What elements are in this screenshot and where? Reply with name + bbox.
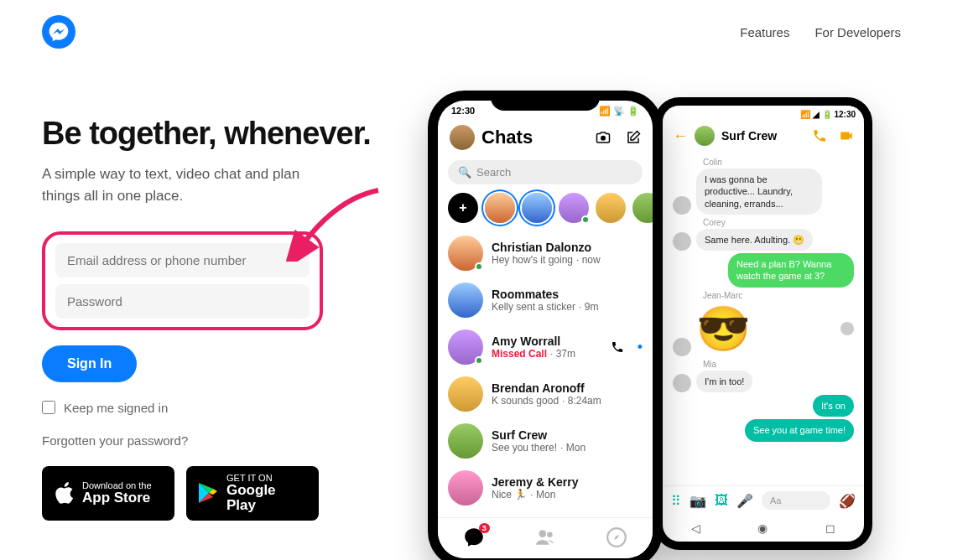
- story: [485, 193, 515, 223]
- stories-row: +: [438, 189, 653, 230]
- chat-name: Jeremy & Kerry: [492, 475, 643, 489]
- msg-bubble: Same here. Adulting. 😬: [696, 229, 813, 251]
- keep-signed-in[interactable]: Keep me signed in: [42, 401, 394, 415]
- chat-avatar: [448, 283, 483, 318]
- chat-avatar: [695, 126, 715, 146]
- mic-icon: 🎤: [736, 493, 753, 509]
- chat-sub: Kelly sent a sticker · 9m: [492, 301, 643, 313]
- story: [559, 193, 589, 223]
- gallery-icon: 🖼: [715, 493, 728, 508]
- compose-input: Aa: [762, 491, 830, 510]
- chat-sub: Missed Call · 37m: [492, 348, 602, 360]
- chat-row: Roommates Kelly sent a sticker · 9m: [448, 277, 643, 324]
- svg-point-0: [601, 136, 606, 141]
- sender-label: Colin: [703, 158, 854, 167]
- apple-big: App Store: [82, 490, 152, 506]
- sticker: 😎: [696, 303, 751, 355]
- chat-avatar: [448, 470, 483, 506]
- sender-label: Mia: [703, 360, 854, 369]
- iphone-status-icons: 📶 📡 🔋: [599, 106, 639, 117]
- msg-bubble: I'm in too!: [696, 371, 752, 392]
- google-play-icon: [198, 482, 218, 504]
- tab-bar: 3: [438, 517, 653, 558]
- msg-avatar: [673, 374, 691, 392]
- tab-people-icon: [534, 526, 556, 548]
- msg-avatar: [673, 338, 691, 356]
- android-mock: 📶 ◢ 🔋 12:30 ← Surf Crew Colin I was gonn…: [654, 97, 872, 550]
- keep-label: Keep me signed in: [64, 401, 168, 415]
- nav-home: ◉: [757, 521, 768, 535]
- photo-icon: 📷: [690, 493, 706, 509]
- unread-badge: 3: [479, 523, 490, 533]
- tab-chats-icon: 3: [463, 526, 485, 552]
- chat-name: Brendan Aronoff: [492, 381, 643, 395]
- chat-title: Surf Crew: [721, 129, 805, 143]
- chat-name: Amy Worrall: [492, 334, 602, 348]
- password-input[interactable]: [55, 284, 310, 319]
- app-store-badge[interactable]: Download on theApp Store: [42, 466, 174, 521]
- keep-checkbox[interactable]: [42, 401, 55, 414]
- svg-point-2: [547, 532, 553, 538]
- svg-point-1: [539, 530, 546, 537]
- chat-sub: Hey how's it going · now: [492, 254, 643, 266]
- call-icon: [812, 128, 827, 143]
- sender-label: Jean-Marc: [703, 291, 854, 300]
- football-icon: 🏈: [839, 493, 856, 509]
- chat-row: Surf Crew See you there! · Mon: [448, 417, 643, 464]
- search-placeholder: Search: [476, 166, 511, 179]
- phone-icon: [611, 340, 624, 354]
- search-box: 🔍Search: [448, 160, 643, 184]
- search-icon: 🔍: [458, 166, 471, 179]
- chat-avatar: [448, 423, 483, 459]
- chat-row: Amy Worrall Missed Call · 37m •: [448, 324, 643, 371]
- google-play-badge[interactable]: GET IT ONGoogle Play: [186, 466, 319, 521]
- story-add: +: [448, 193, 478, 223]
- annotation-arrow: [286, 186, 387, 262]
- msg-bubble: See you at game time!: [745, 419, 854, 441]
- apple-icon: [54, 481, 74, 505]
- msg-bubble: Need a plan B? Wanna watch the game at 3…: [728, 253, 854, 288]
- chat-name: Surf Crew: [492, 428, 643, 442]
- nav-developers[interactable]: For Developers: [814, 25, 901, 39]
- profile-avatar: [450, 125, 475, 150]
- chat-row: Brendan Aronoff K sounds good · 8:24am: [448, 371, 643, 417]
- hero-headline: Be together, whenever.: [42, 116, 394, 152]
- msg-bubble: It's on: [813, 395, 854, 417]
- story: [596, 193, 626, 223]
- nav-features[interactable]: Features: [740, 25, 789, 39]
- phones-preview: 12:30📶 📡 🔋 Chats 🔍Search + Chri: [428, 91, 926, 560]
- nav-recent: ◻: [825, 521, 835, 535]
- google-big: Google Play: [226, 483, 307, 514]
- compose-bar: ⠿ 📷 🖼 🎤 Aa 🏈: [663, 485, 864, 515]
- msg-avatar: [673, 196, 691, 215]
- msg-avatar: [673, 232, 691, 251]
- login-highlight: [42, 231, 323, 330]
- android-status: 📶 ◢ 🔋 12:30: [800, 110, 856, 119]
- video-icon: [839, 128, 854, 143]
- chat-avatar: [448, 236, 483, 271]
- chat-sub: See you there! · Mon: [492, 442, 643, 454]
- msg-bubble: I was gonna be productive... Laundry, cl…: [696, 169, 822, 215]
- signin-button[interactable]: Sign In: [42, 345, 137, 382]
- iphone-mock: 12:30📶 📡 🔋 Chats 🔍Search + Chri: [428, 91, 663, 560]
- unread-dot: •: [638, 339, 643, 356]
- email-input[interactable]: [55, 243, 310, 277]
- chats-title: Chats: [481, 127, 589, 148]
- google-top: GET IT ON: [226, 473, 307, 483]
- chat-name: Christian Dalonzo: [492, 241, 643, 254]
- chat-avatar: [448, 329, 483, 365]
- apps-icon: ⠿: [671, 493, 681, 509]
- chat-avatar: [448, 376, 483, 412]
- chat-row: Christian Dalonzo Hey how's it going · n…: [448, 230, 643, 277]
- chat-sub: Nice 🏃 · Mon: [492, 489, 643, 500]
- chat-name: Roommates: [492, 288, 643, 301]
- seen-avatar: [840, 322, 854, 335]
- iphone-time: 12:30: [451, 106, 475, 117]
- back-icon: ←: [673, 127, 688, 145]
- story: [632, 193, 653, 223]
- tab-discover-icon: [606, 526, 627, 548]
- messenger-logo[interactable]: [42, 15, 75, 49]
- chat-row: Jeremy & Kerry Nice 🏃 · Mon: [448, 464, 643, 511]
- sender-label: Corey: [703, 218, 854, 227]
- forgot-password-link[interactable]: Forgotten your password?: [42, 433, 394, 448]
